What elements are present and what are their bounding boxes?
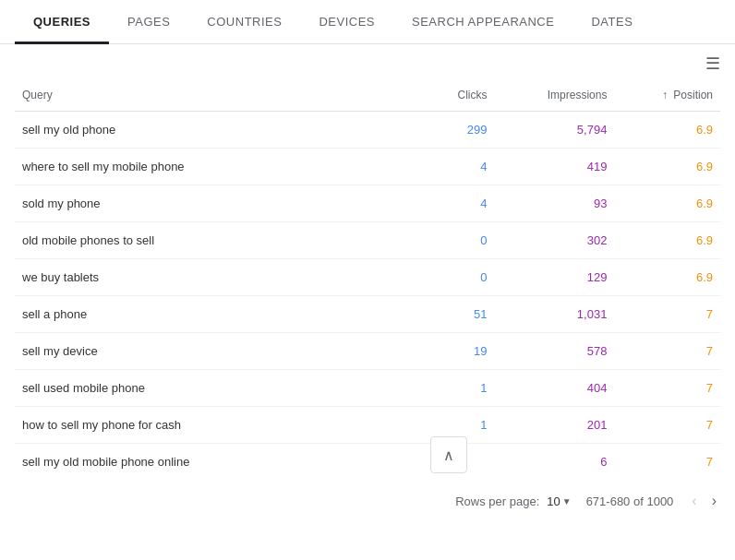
tab-pages[interactable]: PAGES (109, 0, 188, 43)
cell-query: sell my device (15, 333, 403, 370)
table-header: Query Clicks Impressions ↑ Position (15, 79, 720, 112)
cell-impressions: 578 (495, 333, 615, 370)
tab-countries[interactable]: COUNTRIES (188, 0, 300, 43)
data-table-container: Query Clicks Impressions ↑ Position sell… (0, 79, 735, 480)
cell-position: 6.9 (614, 112, 720, 149)
cell-impressions: 302 (495, 222, 615, 259)
sort-up-icon: ↑ (662, 89, 668, 101)
table-row: sell my old mobile phone online∧67 (15, 444, 720, 481)
tab-devices[interactable]: DEVICES (300, 0, 393, 43)
cell-clicks: 0 (403, 222, 494, 259)
tab-bar: QUERIES PAGES COUNTRIES DEVICES SEARCH A… (0, 0, 735, 44)
cell-query: sell used mobile phone (15, 370, 403, 407)
cell-query: we buy tablets (15, 259, 403, 296)
table-row: sell used mobile phone14047 (15, 370, 720, 407)
cell-position: 6.9 (614, 185, 720, 222)
cell-clicks: 299 (403, 112, 494, 149)
cell-query: sold my phone (15, 185, 403, 222)
table-row: sell my old phone2995,7946.9 (15, 112, 720, 149)
page-info: 671-680 of 1000 (586, 494, 674, 508)
rows-per-page-dropdown[interactable]: 10 ▼ (547, 494, 571, 508)
rows-per-page-value: 10 (547, 494, 560, 508)
cell-impressions: 201 (495, 407, 615, 444)
filter-icon[interactable]: ☰ (705, 54, 720, 74)
cell-query: sell a phone (15, 296, 403, 333)
cell-clicks: 19 (403, 333, 494, 370)
table-row: sell my device195787 (15, 333, 720, 370)
cell-position: 7 (614, 333, 720, 370)
cell-query: old mobile phones to sell (15, 222, 403, 259)
table-row: where to sell my mobile phone44196.9 (15, 149, 720, 185)
cell-position: 7 (614, 407, 720, 444)
cell-query: sell my old mobile phone online (15, 444, 403, 481)
cell-clicks: 4 (403, 185, 494, 222)
pagination-bar: Rows per page: 10 ▼ 671-680 of 1000 ‹ › (0, 480, 735, 522)
table-row: sell a phone511,0317 (15, 296, 720, 333)
cell-clicks: 4 (403, 149, 494, 185)
cell-impressions: 5,794 (495, 112, 615, 149)
cell-impressions: 6 (495, 444, 615, 481)
cell-position: 6.9 (614, 222, 720, 259)
cell-position: 6.9 (614, 149, 720, 185)
cell-impressions: 404 (495, 370, 615, 407)
table-row: we buy tablets01296.9 (15, 259, 720, 296)
table-row: how to sell my phone for cash12017 (15, 407, 720, 444)
tab-search-appearance[interactable]: SEARCH APPEARANCE (393, 0, 572, 43)
tab-queries[interactable]: QUERIES (15, 0, 109, 43)
cell-position: 7 (614, 296, 720, 333)
cell-clicks: 1 (403, 370, 494, 407)
rows-per-page-label: Rows per page: (455, 494, 539, 508)
cell-position: 7 (614, 370, 720, 407)
cell-position: 6.9 (614, 259, 720, 296)
chevron-down-icon: ▼ (562, 496, 572, 506)
cell-impressions: 1,031 (495, 296, 615, 333)
filter-row: ☰ (0, 44, 735, 79)
queries-table: Query Clicks Impressions ↑ Position sell… (15, 79, 720, 480)
column-header-impressions: Impressions (495, 79, 615, 112)
cell-query: how to sell my phone for cash (15, 407, 403, 444)
next-page-button[interactable]: › (708, 491, 720, 511)
table-row: old mobile phones to sell03026.9 (15, 222, 720, 259)
prev-page-button[interactable]: ‹ (688, 491, 700, 511)
cell-clicks: ∧ (403, 444, 494, 481)
cell-query: where to sell my mobile phone (15, 149, 403, 185)
cell-clicks: 51 (403, 296, 494, 333)
cell-impressions: 419 (495, 149, 615, 185)
column-header-clicks: Clicks (403, 79, 494, 112)
cell-clicks: 0 (403, 259, 494, 296)
cell-query: sell my old phone (15, 112, 403, 149)
column-header-query: Query (15, 79, 403, 112)
cell-position: 7 (614, 444, 720, 481)
tab-dates[interactable]: DATES (572, 0, 651, 43)
table-row: sold my phone4936.9 (15, 185, 720, 222)
scroll-to-top-button[interactable]: ∧ (430, 436, 467, 473)
cell-impressions: 129 (495, 259, 615, 296)
table-body: sell my old phone2995,7946.9where to sel… (15, 112, 720, 481)
cell-impressions: 93 (495, 185, 615, 222)
column-header-position[interactable]: ↑ Position (614, 79, 720, 112)
